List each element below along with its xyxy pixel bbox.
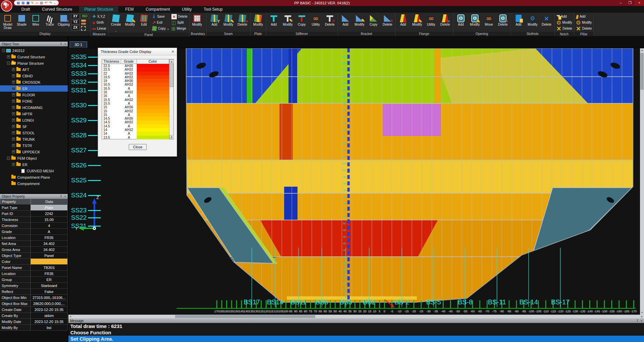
thickness-row-14-a[interactable]: 14A [102, 132, 173, 135]
expand-toggle-icon[interactable]: + [12, 112, 15, 115]
thickness-row-15-5-ah32[interactable]: 15.5AH32 [102, 98, 173, 102]
expand-toggle-icon[interactable]: + [12, 125, 15, 128]
property-value[interactable]: 2023-12-20 15:35 [31, 307, 68, 313]
display-model-draw-button[interactable]: Model Draw [1, 13, 14, 30]
expand-toggle-icon[interactable]: + [12, 106, 15, 109]
tree-item-compartment[interactable]: Compartment [0, 180, 68, 187]
close-panel-icon[interactable]: × [641, 319, 642, 322]
display-xy-button[interactable]: XY [71, 14, 80, 19]
qat-more-icon[interactable]: ⌄ [54, 1, 56, 5]
slothole-delete-button[interactable]: ×Delete [540, 13, 553, 30]
tree-item-stool[interactable]: +STOOL [0, 130, 68, 136]
flange-add-button[interactable]: Add [397, 13, 410, 30]
property-value[interactable]: TB35S [31, 265, 68, 271]
bracket-add-button[interactable]: Add [339, 13, 352, 30]
thickness-row-16-a[interactable]: 16A [102, 94, 173, 98]
menu-tab-draft[interactable]: Draft [16, 6, 35, 12]
app-logo-icon[interactable]: P [1, 0, 12, 12]
new-2d-icon[interactable]: ▤ [17, 1, 20, 5]
tree-item-tstr[interactable]: +TSTR [0, 142, 68, 149]
expand-toggle-icon[interactable]: - [2, 49, 5, 52]
tree-item-er[interactable]: +ER [0, 85, 68, 92]
thickness-row-16-5-a[interactable]: 16.5A [102, 87, 173, 90]
minimize-button[interactable]: – [616, 0, 625, 6]
thickness-row-13-5-a[interactable]: 13.5A [102, 136, 173, 139]
display-icon-button[interactable] [80, 25, 89, 31]
expand-toggle-icon[interactable]: + [12, 119, 15, 122]
property-value[interactable]: 27315.000,-16106... [31, 295, 68, 301]
property-value[interactable]: 28620.000,0.000,... [31, 301, 68, 307]
tree-item-fem-object[interactable]: -FEM Object [0, 155, 68, 161]
opening-add-button[interactable]: OAdd [454, 13, 468, 30]
horizontal-scroll-thumb[interactable] [175, 315, 315, 318]
tree-item-crossdk[interactable]: +CROSSDK [0, 79, 68, 85]
measure-girth-button[interactable]: ∪Girth [91, 20, 107, 25]
save-as-icon[interactable]: ✎ [31, 1, 34, 5]
display-trace-button[interactable]: Trace [43, 13, 56, 30]
expand-toggle-icon[interactable]: + [12, 150, 15, 153]
opening-delete-button[interactable]: O×Delete [496, 13, 510, 30]
display-yz-button[interactable]: YZ [71, 19, 80, 25]
expand-toggle-icon[interactable]: + [12, 68, 15, 71]
tree-item-longi[interactable]: +LONGI [0, 117, 68, 123]
expand-toggle-icon[interactable]: + [12, 163, 15, 166]
panel-modify-button[interactable]: ✎Modify [123, 13, 137, 30]
expand-toggle-icon[interactable]: + [7, 55, 10, 58]
dialog-close-button[interactable]: Close [129, 144, 147, 150]
tree-item-curved-structure[interactable]: +Curved Structure [0, 54, 68, 60]
new-3d-icon[interactable]: ▥ [21, 1, 24, 5]
property-value[interactable]: False [31, 289, 68, 295]
dialog-scroll-thumb[interactable] [170, 64, 173, 87]
property-value[interactable]: bsi [31, 325, 68, 331]
scroll-up-icon[interactable]: ▲ [640, 48, 644, 52]
menu-tab-planar-structure[interactable]: Planar Structure [79, 6, 119, 12]
scroll-right-icon[interactable]: ► [640, 315, 644, 319]
opening-modify-button[interactable]: O✎Modify [468, 13, 482, 30]
bracket-copy-button[interactable]: Copy [367, 13, 380, 30]
tree-item-fore[interactable]: +FORE [0, 98, 68, 104]
property-value[interactable]: 2242 [31, 211, 68, 217]
measure-linear-button[interactable]: ↔Linear [91, 26, 107, 31]
slothole-modify-button[interactable]: ⚙Modify [526, 13, 539, 30]
thickness-row-19-5-ah32[interactable]: 19.5AH32 [102, 75, 173, 79]
tab-3d-1[interactable]: 3D 1 [70, 41, 87, 48]
seam-modify-button[interactable]: ✎Modify [222, 13, 235, 30]
panel-exit-button[interactable]: ↗Exit [151, 20, 170, 25]
tree-item-curved-mesh[interactable]: CURVED MESH [0, 168, 68, 174]
display-wire-button[interactable]: Wire [29, 13, 42, 30]
thickness-row-16-ah32[interactable]: 16AH32 [102, 90, 173, 94]
display-shade-button[interactable]: Shade [15, 13, 28, 30]
flange-delete-button[interactable]: ×Delete [439, 13, 452, 30]
notch-delete-button[interactable]: ×Delete [556, 26, 573, 31]
expand-toggle-icon[interactable]: - [7, 157, 10, 160]
tree-item-planar-structure[interactable]: -Planar Structure [0, 60, 68, 66]
property-value[interactable]: ER [31, 277, 68, 283]
thickness-row-15-ah32[interactable]: 15AH32 [102, 109, 173, 113]
tree-item-hptr[interactable]: +HPTR [0, 111, 68, 117]
save-icon[interactable]: ▣ [26, 1, 29, 5]
panel-delete-button[interactable]: ×Delete [171, 14, 188, 19]
expand-toggle-icon[interactable]: + [12, 144, 15, 147]
property-value[interactable]: 4 [31, 223, 68, 229]
property-value[interactable]: Starboard [31, 283, 68, 289]
thickness-row-22-5-ah32[interactable]: 22.5AH32 [102, 68, 173, 71]
thickness-row-15-ah36[interactable]: 15AH36 [102, 105, 173, 109]
thickness-row-16-5-ah32[interactable]: 16.5AH32 [102, 83, 173, 86]
expand-toggle-icon[interactable]: + [12, 81, 15, 84]
property-value[interactable]: 34.402 [31, 241, 68, 247]
property-value[interactable]: A [31, 229, 68, 235]
thickness-row-19-ah36[interactable]: 19AH36 [102, 79, 173, 83]
panel-merge-button[interactable]: ⊞Merge [171, 26, 188, 31]
property-value[interactable]: Plate [31, 205, 68, 211]
menu-tab-curved-structure[interactable]: Curved Structure [37, 6, 78, 12]
stiffener-delete-button[interactable]: ×Delete [323, 13, 337, 30]
scroll-down-icon[interactable]: ▼ [640, 311, 644, 315]
tree-item-floor[interactable]: +FLOOR [0, 92, 68, 98]
expand-toggle-icon[interactable]: + [12, 93, 15, 96]
horizontal-scrollbar[interactable]: ◄ ► [68, 315, 644, 318]
tree-item-240312[interactable]: -240312 [0, 47, 68, 54]
panel-copy-button[interactable]: Copy ⌄ [151, 26, 170, 31]
thickness-row-14-5-ah32[interactable]: 14.5AH32 [102, 120, 173, 124]
color-swatch[interactable] [31, 259, 68, 265]
slothole-add-button[interactable]: Add [512, 13, 525, 30]
